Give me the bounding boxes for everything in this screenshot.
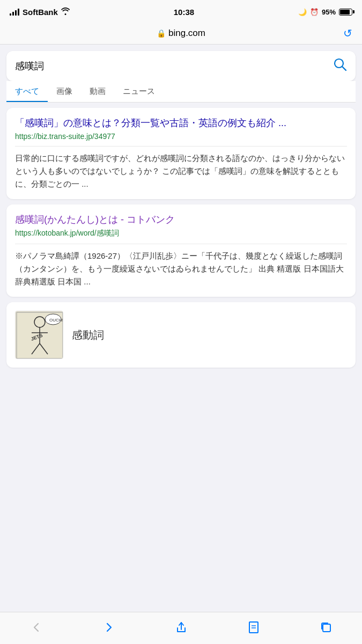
tab-all[interactable]: すべて	[6, 81, 48, 102]
url-text: bing.com	[168, 28, 205, 39]
result-1-divider	[15, 146, 347, 147]
result-1-snippet: 日常的に口にする感嘆詞ですが、どれが感嘆詞に分類される語なのか、はっきり分からな…	[15, 152, 347, 191]
battery-icon	[339, 9, 352, 16]
lock-icon: 🔒	[157, 29, 166, 38]
clock: 10:38	[174, 8, 194, 17]
svg-text:OUCH!: OUCH!	[49, 318, 63, 323]
result-3-title[interactable]: 感動詞	[72, 328, 104, 342]
carrier-label: SoftBank	[23, 8, 58, 17]
address-content[interactable]: 🔒 bing.com	[157, 28, 205, 39]
status-right: 🌙 ⏰ 95%	[298, 8, 352, 16]
wifi-icon	[61, 8, 70, 17]
result-2-title[interactable]: 感嘆詞(かんたんし)とは - コトバンク	[15, 213, 347, 226]
result-1-url[interactable]: https://biz.trans-suite.jp/34977	[15, 132, 347, 141]
search-box: 感嘆詞	[6, 51, 356, 81]
result-card-2: 感嘆詞(かんたんし)とは - コトバンク https://kotobank.jp…	[6, 204, 356, 297]
refresh-button[interactable]: ↺	[343, 27, 352, 40]
tab-videos[interactable]: 動画	[81, 81, 114, 102]
address-bar: 🔒 bing.com ↺	[0, 24, 362, 45]
alarm-icon: ⏰	[310, 8, 319, 16]
share-button[interactable]	[169, 616, 193, 639]
status-bar: SoftBank 10:38 🌙 ⏰ 95%	[0, 0, 362, 24]
result-card-1: 「感嘆詞」の意味とは？分類一覧や古語・英語の例文も紹介 ... https://…	[6, 108, 356, 199]
result-2-url[interactable]: https://kotobank.jp/word/感嘆詞	[15, 229, 347, 238]
tab-news[interactable]: ニュース	[114, 81, 164, 102]
status-left: SoftBank	[10, 8, 70, 17]
search-button[interactable]	[333, 57, 347, 75]
svg-line-1	[342, 67, 346, 70]
result-1-title[interactable]: 「感嘆詞」の意味とは？分類一覧や古語・英語の例文も紹介 ...	[15, 116, 347, 130]
result-2-divider	[15, 244, 347, 244]
result-card-3: OUCH! JETS 感動詞	[6, 302, 356, 368]
comic-image: OUCH! JETS	[16, 311, 63, 359]
results-area: 「感嘆詞」の意味とは？分類一覧や古語・英語の例文も紹介 ... https://…	[0, 103, 362, 373]
svg-rect-16	[323, 624, 330, 632]
tabs-button[interactable]	[314, 616, 338, 639]
result-2-snippet: ※パノラマ島綺譚（1926‑27）〈江戸川乱歩〉ニー「千代子は、幾度となく繰返し…	[15, 250, 347, 288]
result-3-thumbnail: OUCH! JETS	[15, 311, 63, 359]
signal-icon	[10, 8, 19, 16]
forward-button[interactable]	[97, 616, 121, 639]
bottom-toolbar	[0, 612, 362, 644]
bookmarks-button[interactable]	[242, 616, 265, 639]
search-query[interactable]: 感嘆詞	[15, 60, 333, 72]
svg-rect-13	[249, 622, 258, 633]
back-button[interactable]	[25, 616, 48, 639]
battery-percent: 95%	[322, 8, 336, 16]
moon-icon: 🌙	[298, 8, 307, 16]
tab-images[interactable]: 画像	[48, 81, 81, 102]
search-tabs: すべて 画像 動画 ニュース	[6, 81, 356, 103]
